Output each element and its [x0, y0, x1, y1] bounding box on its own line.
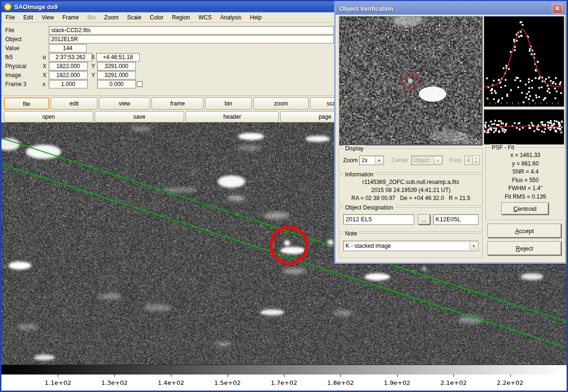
info-de: De = +04 46 32.0 — [400, 195, 444, 201]
physical-y-field[interactable]: 3291.000 — [97, 62, 136, 70]
menu-help[interactable]: Help — [246, 13, 266, 22]
info-datetime: 2015 08 24.19539 (4:41:21 UT) — [339, 187, 482, 193]
dialog-title: Object Verification — [339, 5, 393, 12]
colorbar-tick-label: 2.1e+02 — [432, 379, 475, 386]
info-coords: RA = 02 38 00.97 De = +04 46 32.0 R = 21… — [339, 195, 482, 201]
object-label: Object — [5, 35, 22, 44]
designation-legend: Object Designation — [343, 204, 395, 211]
center-value: Object — [414, 157, 430, 164]
image-label: Image — [5, 71, 21, 79]
colorbar-scale: 1.1e+021.3e+021.4e+021.5e+021.7e+021.8e+… — [1, 375, 567, 391]
note-value: K - stacked image — [346, 243, 391, 249]
physical-label: Physical — [5, 62, 27, 70]
psf-value-line: Fit RMS = 0.139 — [486, 193, 565, 200]
note-legend: Note — [343, 230, 359, 237]
frame-label: Frame 3 — [5, 80, 27, 88]
centroid-button[interactable]: Centroid — [501, 202, 549, 215]
spinner-arrows-icon: ▲▼ — [472, 156, 479, 165]
designation-input[interactable]: 2012 EL5 — [343, 214, 414, 225]
window-title: SAOImage ds9 — [14, 3, 58, 10]
colorbar-tick — [171, 375, 171, 377]
file-button[interactable]: file — [4, 97, 49, 110]
display-group: Display Zoom 2x ▼ Center Object ▼ Freq. … — [339, 148, 483, 173]
note-select[interactable]: K - stacked image ▼ — [343, 241, 479, 251]
save-button[interactable]: save — [95, 111, 184, 122]
colorbar-tick-label: 1.3e+02 — [93, 379, 136, 386]
colorbar-tick-label: 1.8e+02 — [319, 379, 362, 386]
ra-field[interactable]: 2:37:53.262 — [49, 53, 92, 61]
menu-frame[interactable]: Frame — [58, 13, 83, 22]
image-y-field[interactable]: 3291.000 — [97, 71, 136, 79]
menu-bin[interactable]: Bin — [83, 13, 100, 22]
reject-button[interactable]: Reject — [488, 241, 561, 255]
freq-value: 4 — [467, 157, 470, 164]
information-legend: Information — [343, 171, 375, 178]
image-y-key: Y — [91, 71, 95, 79]
colorbar-tick-label: 1.9e+02 — [376, 379, 418, 386]
psf-value-line: FWHM = 1.4" — [486, 185, 565, 192]
edit-button[interactable]: edit — [51, 97, 98, 110]
object-field[interactable]: 2012EL5R — [49, 35, 334, 44]
frame-rotate-field[interactable]: 0.000 — [97, 80, 136, 88]
object-thumbnail[interactable] — [339, 16, 483, 146]
colorbar-tick-label: 1.7e+02 — [263, 379, 305, 386]
psf-residual-plot — [484, 109, 564, 145]
physical-y-key: Y — [91, 62, 95, 70]
frame-button[interactable]: frame — [151, 97, 204, 110]
thumb-smudge — [392, 17, 422, 26]
colorbar-tick — [340, 375, 341, 377]
psf-value-line: x = 1461.33 — [486, 152, 565, 158]
colorbar-tick — [58, 375, 58, 377]
display-legend: Display — [343, 145, 365, 152]
app-sun-icon — [4, 3, 11, 10]
dialog-titlebar[interactable]: Object Verification ✕ — [336, 2, 565, 15]
colorbar-tick-label: 1.4e+02 — [150, 379, 192, 386]
object-verification-dialog: Object Verification ✕ Display Zoom — [334, 1, 567, 264]
chevron-down-icon[interactable]: ▼ — [470, 242, 478, 250]
open-button[interactable]: open — [4, 111, 93, 122]
dec-field[interactable]: +4:46:51.18 — [96, 53, 140, 61]
menu-region[interactable]: Region — [168, 13, 194, 22]
menu-zoom[interactable]: Zoom — [100, 13, 123, 22]
frame-zoom-field[interactable]: 1.000 — [49, 80, 88, 88]
zoom-label: Zoom — [343, 157, 358, 164]
physical-x-field[interactable]: 1822.000 — [49, 62, 88, 70]
psf-fit-group: PSF - Fit x = 1461.33y = 861.60SNR = 4.4… — [486, 148, 565, 220]
zoom-button[interactable]: zoom — [253, 97, 309, 110]
packed-designation-input[interactable]: K12E05L — [433, 214, 479, 225]
file-field[interactable]: stack-CCD2.fits — [49, 26, 334, 35]
browse-button[interactable]: ... — [418, 214, 430, 225]
view-button[interactable]: view — [99, 97, 150, 110]
note-group: Note K - stacked image ▼ — [339, 234, 483, 258]
chevron-down-icon[interactable]: ▼ — [375, 157, 383, 164]
bin-button[interactable]: bin — [205, 97, 252, 110]
zoom-value: 2x — [362, 157, 368, 164]
fk5-label: fk5 — [5, 53, 13, 61]
thumbnail-overlay — [339, 17, 481, 144]
image-x-key: X — [43, 71, 46, 79]
information-group: Information r1145369_2OFC.sub.null.resam… — [339, 174, 483, 206]
menu-color[interactable]: Color — [146, 13, 168, 22]
zoom-select[interactable]: 2x ▼ — [359, 156, 384, 165]
menu-file[interactable]: File — [1, 13, 19, 22]
menu-edit[interactable]: Edit — [19, 13, 37, 22]
frame-checkbox[interactable] — [137, 81, 142, 87]
value-field: 144 — [49, 44, 87, 52]
accept-button[interactable]: Accept — [488, 224, 561, 238]
psf-fit-plot — [484, 16, 564, 107]
psf-fit-legend: PSF - Fit — [490, 144, 516, 151]
menu-scale[interactable]: Scale — [123, 13, 146, 22]
close-icon[interactable]: ✕ — [552, 4, 563, 14]
colorbar-tick-label: 1.1e+02 — [36, 379, 79, 386]
colorbar[interactable] — [1, 365, 567, 375]
menu-view[interactable]: View — [37, 13, 58, 22]
image-x-field[interactable]: 1822.000 — [49, 71, 88, 79]
colorbar-tick — [397, 375, 398, 377]
info-ra: RA = 02 38 00.97 — [351, 195, 395, 201]
psf-value-line: y = 861.60 — [486, 160, 565, 167]
menu-analysis[interactable]: Analysis — [216, 13, 246, 22]
screen: SAOImage ds9 FileEditViewFrameBinZoomSca… — [0, 0, 568, 392]
menu-wcs[interactable]: WCS — [194, 13, 216, 22]
colorbar-tick-label: 2.2e+02 — [489, 379, 532, 386]
header-button[interactable]: header — [186, 111, 279, 122]
